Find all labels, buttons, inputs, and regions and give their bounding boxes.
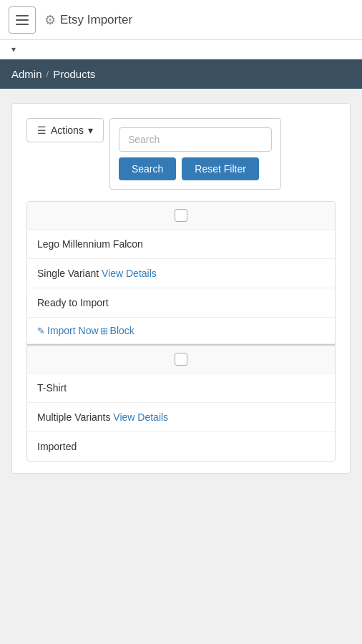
product-2-checkbox[interactable] [175, 353, 187, 366]
search-input[interactable] [119, 127, 272, 152]
dropdown-button[interactable]: ▾ [11, 44, 16, 54]
list-icon: ☰ [37, 125, 47, 136]
product-1-actions: ✎ Import Now ⊞ Block [27, 318, 335, 344]
actions-caret-icon: ▾ [88, 125, 93, 136]
breadcrumb: Admin / Products [0, 59, 362, 89]
actions-button[interactable]: ☰ Actions ▾ [26, 118, 104, 142]
toolbar: ☰ Actions ▾ Search Reset Filter [26, 118, 336, 190]
top-nav: ⚙ Etsy Importer [0, 0, 362, 40]
app-title-area: ⚙ Etsy Importer [44, 12, 132, 28]
breadcrumb-separator: / [47, 69, 49, 79]
import-icon: ✎ [37, 326, 45, 336]
search-buttons: Search Reset Filter [119, 157, 272, 180]
actions-label: Actions [51, 125, 84, 136]
product-2-checkbox-cell [27, 346, 335, 374]
product-1-name: Lego Millennium Falcon [27, 230, 335, 259]
breadcrumb-admin-link[interactable]: Admin [11, 68, 42, 80]
app-title: Etsy Importer [60, 13, 132, 27]
hamburger-button[interactable] [9, 6, 36, 34]
product-1-block-button[interactable]: ⊞ Block [100, 325, 134, 336]
product-1-view-details-link[interactable]: View Details [102, 268, 157, 279]
dropdown-row: ▾ [0, 40, 362, 59]
product-2-view-details-link[interactable]: View Details [113, 411, 168, 423]
product-1-variant: Single Variant View Details [27, 259, 335, 288]
dropdown-caret-icon: ▾ [11, 44, 16, 54]
product-2-name: T-Shirt [27, 374, 335, 403]
table-row: T-Shirt Multiple Variants View Details I… [27, 346, 335, 461]
search-dropdown: Search Reset Filter [109, 118, 281, 190]
gear-icon: ⚙ [44, 12, 56, 28]
product-1-import-button[interactable]: ✎ Import Now [37, 325, 99, 336]
product-table: Lego Millennium Falcon Single Variant Vi… [26, 201, 336, 462]
product-2-status: Imported [27, 432, 335, 461]
table-row: Lego Millennium Falcon Single Variant Vi… [27, 202, 335, 346]
reset-filter-button[interactable]: Reset Filter [182, 157, 259, 180]
search-button[interactable]: Search [119, 157, 176, 180]
main-content: ☰ Actions ▾ Search Reset Filter Lego Mil… [0, 89, 362, 488]
hamburger-icon [16, 15, 29, 25]
product-1-checkbox[interactable] [175, 209, 187, 222]
block-icon: ⊞ [100, 326, 108, 336]
product-1-status: Ready to Import [27, 288, 335, 318]
product-2-variant: Multiple Variants View Details [27, 403, 335, 432]
breadcrumb-current: Products [53, 68, 95, 80]
product-1-checkbox-cell [27, 202, 335, 230]
content-card: ☰ Actions ▾ Search Reset Filter Lego Mil… [11, 103, 351, 474]
